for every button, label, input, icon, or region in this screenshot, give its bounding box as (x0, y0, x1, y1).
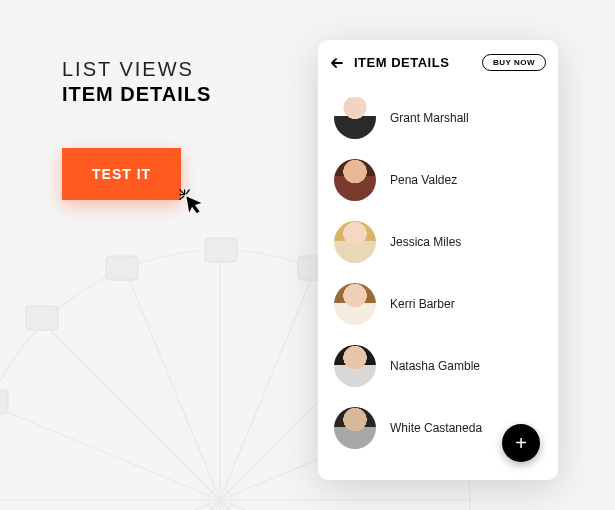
list-item[interactable]: Jessica Miles (318, 211, 558, 273)
svg-line-32 (180, 196, 184, 199)
phone-title: ITEM DETAILS (354, 55, 474, 70)
item-name: Pena Valdez (390, 173, 457, 187)
svg-line-5 (220, 500, 396, 510)
item-name: Grant Marshall (390, 111, 469, 125)
test-it-button[interactable]: TEST IT (62, 148, 181, 200)
buy-now-button[interactable]: BUY NOW (482, 54, 546, 71)
back-arrow-icon[interactable] (330, 55, 346, 71)
cursor-click-icon (178, 188, 208, 218)
phone-mockup: ITEM DETAILS BUY NOW Grant Marshall Pena… (318, 40, 558, 480)
heading-line1: LIST VIEWS (62, 58, 211, 81)
svg-line-31 (186, 190, 189, 194)
avatar (334, 345, 376, 387)
list-item[interactable]: Pena Valdez (318, 149, 558, 211)
svg-line-30 (180, 190, 184, 194)
heading-block: LIST VIEWS ITEM DETAILS (62, 58, 211, 106)
svg-line-12 (220, 500, 450, 510)
avatar (334, 97, 376, 139)
item-name: Natasha Gamble (390, 359, 480, 373)
item-name: White Castaneda (390, 421, 482, 435)
item-name: Jessica Miles (390, 235, 461, 249)
avatar (334, 407, 376, 449)
svg-line-7 (44, 500, 220, 510)
svg-line-10 (220, 270, 315, 500)
svg-line-16 (0, 405, 220, 500)
svg-point-1 (208, 488, 232, 510)
list-item[interactable]: Kerri Barber (318, 273, 558, 335)
list-item[interactable]: Grant Marshall (318, 87, 558, 149)
svg-line-17 (125, 270, 220, 500)
add-fab-button[interactable]: + (502, 424, 540, 462)
avatar (334, 159, 376, 201)
svg-rect-26 (0, 390, 8, 414)
contacts-list: Grant Marshall Pena Valdez Jessica Miles… (318, 83, 558, 480)
svg-line-14 (125, 500, 220, 510)
plus-icon: + (515, 432, 527, 455)
svg-rect-18 (26, 306, 58, 330)
svg-rect-23 (106, 256, 138, 280)
svg-line-13 (220, 500, 315, 510)
svg-rect-21 (205, 238, 237, 262)
item-name: Kerri Barber (390, 297, 455, 311)
svg-line-9 (44, 324, 220, 500)
list-item[interactable]: Natasha Gamble (318, 335, 558, 397)
avatar (334, 283, 376, 325)
svg-line-15 (0, 500, 220, 510)
phone-header: ITEM DETAILS BUY NOW (318, 40, 558, 83)
avatar (334, 221, 376, 263)
cta-label: TEST IT (92, 166, 151, 182)
heading-line2: ITEM DETAILS (62, 83, 211, 106)
